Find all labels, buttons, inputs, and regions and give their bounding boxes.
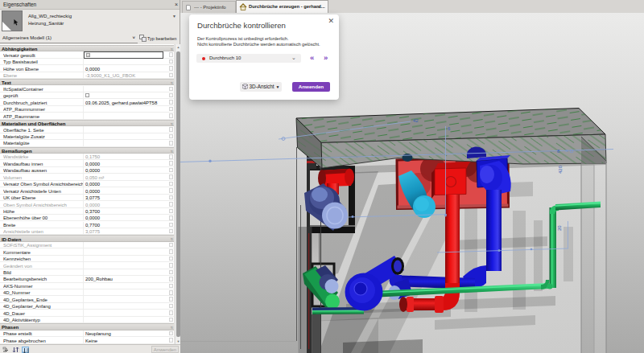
svg-text:20: 20 (557, 225, 562, 231)
svg-text:42: 42 (413, 118, 419, 123)
svg-text:420: 420 (558, 165, 563, 174)
